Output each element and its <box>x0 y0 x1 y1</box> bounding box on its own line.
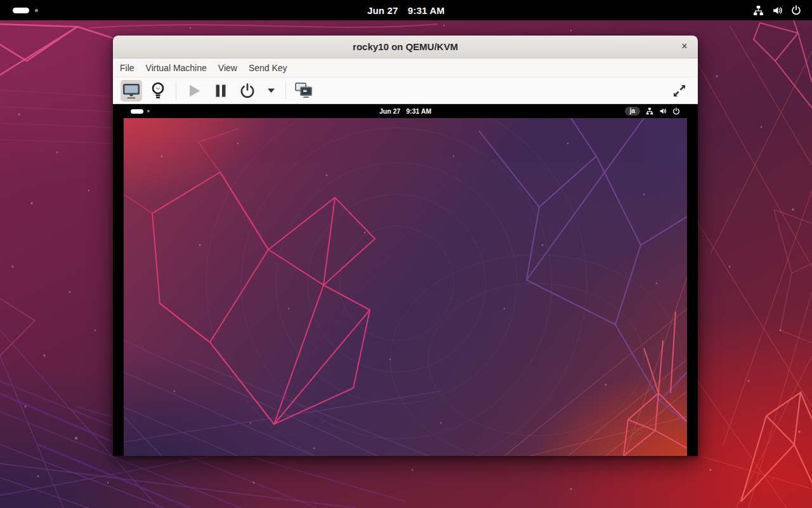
activities-indicator[interactable] <box>0 8 114 13</box>
displays-icon <box>294 82 313 99</box>
close-icon[interactable]: × <box>676 38 693 55</box>
volume-icon <box>772 5 783 16</box>
host-clock[interactable]: Jun 279:31 AM <box>114 5 698 16</box>
toolbar <box>113 77 698 104</box>
network-icon <box>753 5 764 16</box>
volume-icon <box>659 107 667 115</box>
keyboard-layout-badge[interactable]: ja <box>625 107 640 116</box>
play-icon <box>186 83 202 99</box>
pause-button[interactable] <box>210 80 232 102</box>
show-details-button[interactable] <box>147 80 169 102</box>
guest-workspace-pill <box>131 109 143 114</box>
guest-top-bar: Jun 279:31 AM ja <box>124 104 687 118</box>
lightbulb-icon <box>150 81 166 100</box>
power-icon <box>239 83 256 99</box>
guest-system-indicators[interactable]: ja <box>592 107 687 116</box>
graphical-console-button[interactable] <box>121 80 142 102</box>
menu-virtual-machine[interactable]: Virtual Machine <box>140 60 213 76</box>
pause-icon <box>213 83 228 98</box>
fullscreen-icon <box>671 83 688 99</box>
host-top-bar: Jun 279:31 AM <box>0 0 812 20</box>
fullscreen-button[interactable] <box>669 80 690 102</box>
guest-workspace-dot <box>147 110 150 112</box>
shutdown-menu-button[interactable] <box>263 80 278 102</box>
network-icon <box>646 107 653 115</box>
menu-send-key[interactable]: Send Key <box>243 60 293 76</box>
workspace-dot <box>35 9 38 12</box>
guest-wallpaper-geometry <box>124 118 687 456</box>
workspace-pill <box>13 8 29 13</box>
caret-down-icon <box>267 88 275 93</box>
virtual-displays-button[interactable] <box>293 80 315 102</box>
vm-console-area[interactable]: Jun 279:31 AM ja <box>113 104 698 456</box>
guest-date: Jun 27 <box>379 107 400 115</box>
toolbar-separator <box>176 82 176 100</box>
vm-viewer-window: rocky10 on QEMU/KVM × File Virtual Machi… <box>113 36 698 456</box>
shutdown-button[interactable] <box>237 80 258 102</box>
menu-file[interactable]: File <box>114 60 140 76</box>
power-icon <box>791 5 801 15</box>
monitor-icon <box>122 83 141 99</box>
guest-activities-indicator[interactable] <box>124 109 219 114</box>
guest-clock[interactable]: Jun 279:31 AM <box>219 107 592 115</box>
window-title: rocky10 on QEMU/KVM <box>353 41 458 52</box>
guest-desktop-wallpaper <box>124 118 687 456</box>
host-system-indicators[interactable] <box>698 5 812 16</box>
window-titlebar[interactable]: rocky10 on QEMU/KVM × <box>113 36 698 58</box>
host-date: Jun 27 <box>367 5 398 16</box>
guest-time: 9:31 AM <box>406 107 431 115</box>
menu-bar: File Virtual Machine View Send Key <box>113 58 698 77</box>
power-icon <box>672 107 680 115</box>
toolbar-separator <box>285 82 286 100</box>
menu-view[interactable]: View <box>213 60 243 76</box>
host-time: 9:31 AM <box>408 5 445 16</box>
run-button[interactable] <box>183 80 205 102</box>
guest-screen[interactable]: Jun 279:31 AM ja <box>124 104 687 456</box>
